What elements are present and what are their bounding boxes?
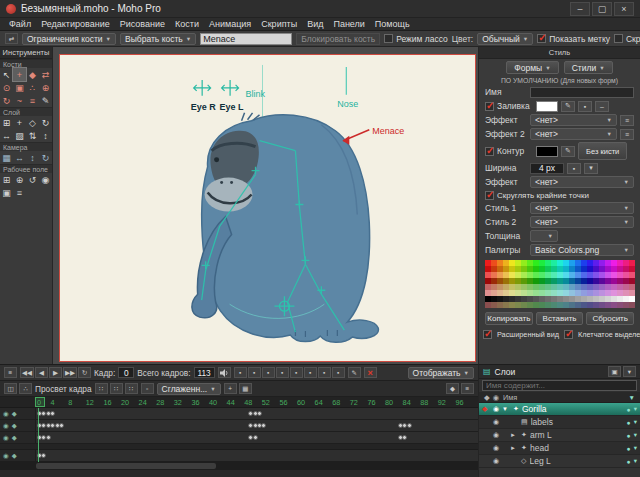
bone-constraints-dropdown[interactable]: Ограничения кости ▼ xyxy=(22,33,116,45)
depth-shift-tool-icon[interactable]: ↕ xyxy=(39,129,52,142)
timeline-icon[interactable]: ≡ xyxy=(461,383,474,394)
menu-item[interactable]: Скрипты xyxy=(256,19,302,29)
fill-color-swatch[interactable] xyxy=(536,101,558,112)
channel-toggle-icon[interactable]: ▪ xyxy=(332,367,345,378)
track-row[interactable]: ◉◆ xyxy=(0,408,478,420)
bone-name-input[interactable] xyxy=(200,33,292,45)
stroke-eyedropper-icon[interactable]: ✎ xyxy=(561,146,575,157)
pan-camera-tool-icon[interactable]: ↔ xyxy=(13,151,26,164)
track-header-icon[interactable]: ◉ xyxy=(3,410,9,418)
effect1-settings-button[interactable]: ≡ xyxy=(620,115,634,126)
style1-dropdown[interactable]: <нет>▼ xyxy=(530,202,634,214)
follow-path-tool-icon[interactable]: ◇ xyxy=(26,116,39,129)
bone-dynamics-tool-icon[interactable]: ~ xyxy=(13,94,26,107)
offset-bone-tool-icon[interactable]: ⊕ xyxy=(39,81,52,94)
track-header-icon[interactable]: ◉ xyxy=(3,422,9,430)
track-body[interactable] xyxy=(36,432,478,443)
checkered-selection-checkbox[interactable]: ✓ xyxy=(564,330,573,339)
transform-layer-tool-icon[interactable]: ⊞ xyxy=(0,116,13,129)
timeline-icon[interactable]: ∴ xyxy=(19,383,32,394)
advanced-view-checkbox[interactable]: ✓ xyxy=(483,330,492,339)
play-icon[interactable]: ▶ xyxy=(49,367,62,378)
channel-toggle-icon[interactable]: ▪ xyxy=(276,367,289,378)
menu-item[interactable]: Рисование xyxy=(115,19,170,29)
layers-header-button[interactable]: ▣ xyxy=(608,366,621,377)
channel-toggle-icon[interactable]: ▪ xyxy=(234,367,247,378)
menu-item[interactable]: Анимация xyxy=(204,19,256,29)
track-row[interactable]: ◉◆ xyxy=(0,420,478,432)
bind-layer-tool-icon[interactable]: ▣ xyxy=(13,81,26,94)
track-header-icon[interactable]: ◆ xyxy=(12,452,17,460)
width-option-button[interactable]: ▪ xyxy=(567,163,581,174)
menu-item[interactable]: Файл xyxy=(4,19,36,29)
add-bone-tool-icon[interactable]: ◆ xyxy=(26,68,39,81)
step-forward-icon[interactable]: ▶▶ xyxy=(63,367,77,378)
roll-camera-tool-icon[interactable]: ↻ xyxy=(39,151,52,164)
channel-toggle-icon[interactable]: ▪ xyxy=(304,367,317,378)
keyframe-dot[interactable] xyxy=(41,453,46,458)
layer-search-input[interactable] xyxy=(482,380,637,391)
channel-toggle-icon[interactable]: ▪ xyxy=(290,367,303,378)
eye-icon[interactable]: ◉ xyxy=(493,457,499,465)
track-header-icon[interactable]: ◉ xyxy=(3,434,9,442)
channel-toggle-icon[interactable]: ▪ xyxy=(262,367,275,378)
channel-toggle-icon[interactable]: ▪ xyxy=(248,367,261,378)
menu-item[interactable]: Панели xyxy=(328,19,369,29)
track-row[interactable]: ◉◆ xyxy=(0,450,478,462)
expand-icon[interactable]: ▼ xyxy=(502,406,510,412)
scrollbar-thumb[interactable] xyxy=(36,463,216,469)
track-body[interactable] xyxy=(36,408,478,419)
timeline-scrollbar[interactable] xyxy=(0,462,478,470)
frame-ruler[interactable]: 0481216202428323640444852566064687276808… xyxy=(0,397,478,408)
current-frame-line[interactable] xyxy=(38,408,39,462)
delete-key-icon[interactable]: × xyxy=(364,367,377,378)
effect2-settings-button[interactable]: ≡ xyxy=(620,129,634,140)
fill-option-button[interactable]: – xyxy=(595,101,609,112)
bone-shy-tool-icon[interactable]: ✎ xyxy=(39,94,52,107)
onion-dots-icon[interactable]: ∷ xyxy=(110,383,123,394)
lasso-mode-checkbox[interactable]: ✓ Режим лассо xyxy=(384,34,448,44)
hidden-bone-checkbox[interactable]: ✓ Скрытая кость xyxy=(614,34,640,44)
layer-control-icon[interactable]: ● xyxy=(627,458,631,465)
shapes-button[interactable]: Формы▼ xyxy=(506,61,558,74)
eye-icon[interactable]: ◉ xyxy=(493,405,499,413)
track-body[interactable] xyxy=(36,420,478,431)
keyframe-dot[interactable] xyxy=(402,435,407,440)
eye-l-control-icon[interactable] xyxy=(222,80,239,96)
minimize-button[interactable]: – xyxy=(570,2,590,16)
onion-dots-icon[interactable]: ∷ xyxy=(95,383,108,394)
layer-control-icon[interactable]: ▾ xyxy=(634,431,637,439)
bind-points-tool-icon[interactable]: ∴ xyxy=(26,81,39,94)
show-label-checkbox[interactable]: ✓ Показать метку xyxy=(537,34,610,44)
track-header-icon[interactable]: ◆ xyxy=(12,410,17,418)
onion-dots-icon[interactable]: ∷ xyxy=(125,383,138,394)
track-camera-tool-icon[interactable]: ▦ xyxy=(0,151,13,164)
menu-item[interactable]: Редактирование xyxy=(36,19,115,29)
reparent-bone-tool-icon[interactable]: ⇄ xyxy=(39,68,52,81)
eye-r-control-icon[interactable] xyxy=(194,80,211,96)
layers-header-button[interactable]: ▾ xyxy=(623,366,636,377)
keyframe-dot[interactable] xyxy=(257,411,262,416)
round-caps-checkbox[interactable]: ✓ xyxy=(485,191,494,200)
menu-item[interactable]: Вид xyxy=(302,19,328,29)
style-name-input[interactable] xyxy=(530,87,634,98)
layer-row[interactable]: ◆◉▼✦Gorilla●▾ xyxy=(479,403,640,416)
timeline-icon[interactable]: + xyxy=(224,383,237,394)
bone-strength-tool-icon[interactable]: ⊙ xyxy=(0,81,13,94)
layers-colhead-caret[interactable]: ▼ xyxy=(629,394,635,401)
hidden-bone-checkbox-box[interactable]: ✓ xyxy=(614,34,623,43)
stroke-checkbox[interactable]: ✓ xyxy=(485,147,494,156)
loop-icon[interactable]: ↻ xyxy=(78,367,91,378)
fill-option-button[interactable]: ▪ xyxy=(578,101,592,112)
fit-view-tool-icon[interactable]: ▣ xyxy=(0,186,13,199)
audio-icon[interactable] xyxy=(218,367,231,378)
keyframe-dot[interactable] xyxy=(59,423,64,428)
layer-row[interactable]: ◉►✦arm L●▾ xyxy=(479,429,640,442)
eye-icon[interactable]: ◉ xyxy=(493,444,499,452)
select-bone-tool-icon[interactable]: ↖ xyxy=(0,68,13,81)
no-brush-button[interactable]: Без кисти xyxy=(578,142,627,160)
keyframe-dot[interactable] xyxy=(50,411,55,416)
channel-toggle-icon[interactable]: ▪ xyxy=(318,367,331,378)
layer-row[interactable]: ◉◇Leg L●▾ xyxy=(479,455,640,468)
bone-mode-icon[interactable]: ⇄ xyxy=(5,33,18,44)
